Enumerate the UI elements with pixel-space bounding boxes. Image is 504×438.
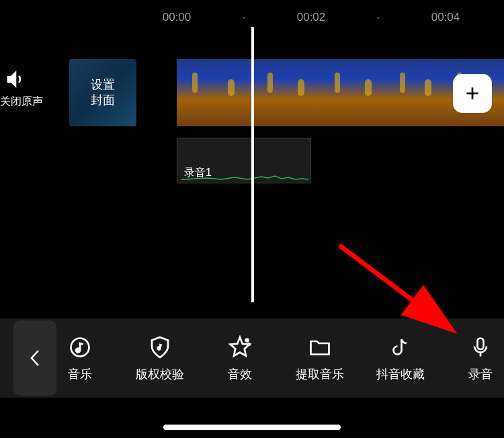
svg-rect-11 <box>478 339 484 350</box>
star-icon <box>226 334 253 361</box>
tool-label: 录音 <box>468 366 493 382</box>
playhead[interactable] <box>251 27 254 302</box>
audio-clip-label: 录音1 <box>184 166 212 180</box>
mute-label: 关闭原声 <box>0 95 43 109</box>
add-clip-button[interactable] <box>453 74 492 113</box>
video-frame <box>177 59 254 126</box>
folder-icon <box>306 334 333 361</box>
video-frame <box>254 59 321 126</box>
ruler-time-1: 00:02 <box>297 11 326 24</box>
audio-clip[interactable]: 录音1 <box>177 138 311 183</box>
microphone-icon <box>467 334 494 361</box>
svg-point-9 <box>246 339 249 342</box>
speaker-icon <box>5 69 26 89</box>
back-button[interactable] <box>13 320 56 396</box>
tool-sound-effect[interactable]: 音效 <box>216 334 263 382</box>
set-cover-button[interactable]: 设置 封面 <box>69 59 136 126</box>
tool-label: 抖音收藏 <box>376 366 425 382</box>
video-frame <box>388 59 446 126</box>
svg-line-4 <box>339 245 442 322</box>
tool-copyright[interactable]: 版权校验 <box>136 334 184 382</box>
video-frame <box>321 59 388 126</box>
douyin-icon <box>387 334 414 361</box>
chevron-left-icon <box>29 348 41 368</box>
tool-label: 音乐 <box>68 366 92 382</box>
mute-original-button[interactable]: 关闭原声 <box>0 69 43 109</box>
home-indicator[interactable] <box>163 425 341 430</box>
shield-icon <box>146 334 173 361</box>
tool-label: 版权校验 <box>136 366 184 382</box>
tool-music[interactable]: 音乐 <box>56 334 103 382</box>
audio-toolbar: 音乐 版权校验 音效 <box>0 318 504 398</box>
tool-extract-music[interactable]: 提取音乐 <box>296 334 344 382</box>
tool-record[interactable]: 录音 <box>457 334 504 382</box>
ruler-tick <box>378 17 380 19</box>
cover-text-1: 设置 <box>91 77 115 93</box>
ruler-time-2: 00:04 <box>431 11 460 24</box>
ruler-tick <box>243 17 245 19</box>
plus-icon <box>464 85 481 102</box>
tool-label: 音效 <box>228 366 252 382</box>
svg-marker-0 <box>8 73 15 86</box>
tool-label: 提取音乐 <box>296 366 344 382</box>
cover-text-2: 封面 <box>91 93 115 108</box>
svg-point-10 <box>248 343 249 345</box>
tool-douyin-collect[interactable]: 抖音收藏 <box>376 334 425 382</box>
ruler-time-0: 00:00 <box>163 11 192 24</box>
music-icon <box>67 334 93 361</box>
timeline-ruler[interactable]: 00:00 00:02 00:04 <box>0 9 504 26</box>
